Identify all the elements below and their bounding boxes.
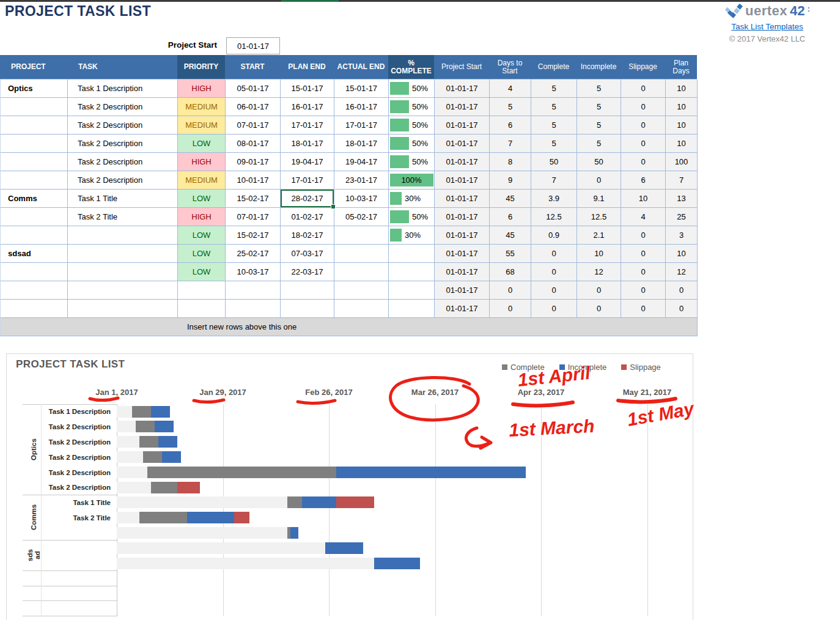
cell-plan_end[interactable] <box>281 300 334 318</box>
insert-row[interactable]: Insert new rows above this one <box>0 318 698 336</box>
column-header-pct[interactable]: % COMPLETE <box>388 55 434 79</box>
cell-actual_end[interactable] <box>334 226 389 245</box>
cell-complete[interactable]: 3.9 <box>531 190 577 208</box>
cell-actual_end[interactable]: 10-03-17 <box>334 190 389 208</box>
cell-complete[interactable]: 12.5 <box>531 208 577 226</box>
cell-task[interactable] <box>68 281 178 300</box>
cell-plan_end[interactable]: 15-01-17 <box>281 79 334 98</box>
cell-project_start[interactable]: 01-01-17 <box>435 245 490 263</box>
cell-plan_days[interactable]: 3 <box>666 226 698 245</box>
cell-project[interactable] <box>1 263 68 281</box>
cell-plan_end[interactable]: 01-02-17 <box>281 208 334 226</box>
cell-plan_days[interactable]: 10 <box>666 79 698 98</box>
cell-complete[interactable]: 0 <box>531 300 577 318</box>
cell-start[interactable]: 25-02-17 <box>226 245 281 263</box>
cell-project_start[interactable]: 01-01-17 <box>435 135 490 153</box>
cell-actual_end[interactable]: 15-01-17 <box>334 79 389 98</box>
cell-task[interactable] <box>68 245 178 263</box>
cell-project[interactable]: sdsad <box>1 245 68 263</box>
cell-actual_end[interactable] <box>334 300 389 318</box>
cell-project[interactable] <box>1 153 68 171</box>
cell-task[interactable]: Task 1 Title <box>68 190 178 208</box>
column-header-project_start[interactable]: Project Start <box>434 55 489 79</box>
cell-start[interactable]: 15-02-17 <box>226 190 281 208</box>
cell-incomplete[interactable]: 12.5 <box>577 208 621 226</box>
cell-task[interactable]: Task 2 Title <box>68 208 178 226</box>
cell-incomplete[interactable]: 5 <box>577 135 621 153</box>
cell-priority[interactable]: MEDIUM <box>178 116 226 135</box>
cell-project_start[interactable]: 01-01-17 <box>435 190 490 208</box>
cell-complete[interactable]: 5 <box>531 116 577 135</box>
cell-days_to_start[interactable]: 8 <box>490 153 531 171</box>
cell-project_start[interactable]: 01-01-17 <box>435 226 490 245</box>
cell-pct[interactable]: 50% <box>389 208 435 226</box>
cell-project[interactable]: Comms <box>1 190 68 208</box>
cell-slippage[interactable]: 0 <box>621 116 666 135</box>
cell-days_to_start[interactable]: 7 <box>490 135 531 153</box>
cell-pct[interactable]: 50% <box>389 116 435 135</box>
cell-start[interactable] <box>226 281 281 300</box>
cell-start[interactable]: 05-01-17 <box>226 79 281 98</box>
cell-slippage[interactable]: 0 <box>621 79 666 98</box>
cell-slippage[interactable]: 0 <box>621 245 666 263</box>
cell-plan_end[interactable]: 17-01-17 <box>281 116 334 135</box>
cell-priority[interactable]: HIGH <box>178 79 226 98</box>
cell-slippage[interactable]: 10 <box>621 190 666 208</box>
cell-incomplete[interactable]: 0 <box>577 281 621 300</box>
cell-slippage[interactable]: 0 <box>621 226 666 245</box>
column-header-actual_end[interactable]: ACTUAL END <box>334 55 388 79</box>
cell-plan_days[interactable]: 100 <box>666 153 698 171</box>
cell-slippage[interactable]: 4 <box>621 208 666 226</box>
cell-task[interactable]: Task 2 Description <box>68 171 178 190</box>
cell-pct[interactable] <box>389 281 435 300</box>
cell-pct[interactable]: 30% <box>389 190 435 208</box>
cell-days_to_start[interactable]: 6 <box>490 116 531 135</box>
cell-days_to_start[interactable]: 45 <box>490 226 531 245</box>
cell-priority[interactable] <box>178 300 226 318</box>
column-header-incomplete[interactable]: Incomplete <box>577 55 621 79</box>
cell-plan_days[interactable]: 13 <box>666 190 698 208</box>
cell-priority[interactable]: MEDIUM <box>178 98 226 116</box>
cell-plan_end[interactable]: 18-02-17 <box>281 226 334 245</box>
cell-priority[interactable]: LOW <box>178 245 226 263</box>
cell-project[interactable] <box>1 300 68 318</box>
cell-priority[interactable]: LOW <box>178 135 226 153</box>
cell-start[interactable]: 07-01-17 <box>226 208 281 226</box>
cell-project_start[interactable]: 01-01-17 <box>435 281 490 300</box>
cell-plan_days[interactable]: 10 <box>666 98 698 116</box>
cell-task[interactable]: Task 2 Description <box>68 116 178 135</box>
cell-slippage[interactable]: 0 <box>621 153 666 171</box>
cell-plan_end[interactable]: 18-01-17 <box>281 135 334 153</box>
cell-slippage[interactable]: 0 <box>621 300 666 318</box>
cell-pct[interactable]: 100% <box>389 171 435 190</box>
project-start-cell[interactable]: 01-01-17 <box>226 37 280 54</box>
cell-actual_end[interactable]: 16-01-17 <box>334 98 389 116</box>
cell-slippage[interactable]: 0 <box>621 263 666 281</box>
cell-project_start[interactable]: 01-01-17 <box>435 79 490 98</box>
cell-plan_end[interactable]: 28-02-17 <box>281 190 334 208</box>
cell-project[interactable] <box>1 135 68 153</box>
cell-incomplete[interactable]: 5 <box>577 79 621 98</box>
cell-days_to_start[interactable]: 68 <box>490 263 531 281</box>
column-header-start[interactable]: START <box>225 55 280 79</box>
cell-project_start[interactable]: 01-01-17 <box>435 153 490 171</box>
column-header-complete[interactable]: Complete <box>531 55 577 79</box>
cell-actual_end[interactable]: 17-01-17 <box>334 116 389 135</box>
cell-incomplete[interactable]: 5 <box>577 98 621 116</box>
cell-days_to_start[interactable]: 5 <box>490 98 531 116</box>
cell-project_start[interactable]: 01-01-17 <box>435 208 490 226</box>
cell-actual_end[interactable]: 19-04-17 <box>334 153 389 171</box>
cell-pct[interactable]: 50% <box>389 135 435 153</box>
column-header-plan_days[interactable]: Plan Days <box>665 55 697 79</box>
cell-start[interactable]: 10-03-17 <box>226 263 281 281</box>
cell-project[interactable] <box>1 116 68 135</box>
cell-plan_end[interactable] <box>281 281 334 300</box>
cell-plan_end[interactable]: 22-03-17 <box>281 263 334 281</box>
cell-actual_end[interactable]: 23-01-17 <box>334 171 389 190</box>
cell-project[interactable] <box>1 226 68 245</box>
cell-slippage[interactable]: 0 <box>621 135 666 153</box>
cell-plan_days[interactable]: 0 <box>666 300 698 318</box>
cell-priority[interactable]: LOW <box>178 190 226 208</box>
cell-project[interactable] <box>1 171 68 190</box>
task-list-templates-link[interactable]: Task List Templates <box>731 22 803 31</box>
